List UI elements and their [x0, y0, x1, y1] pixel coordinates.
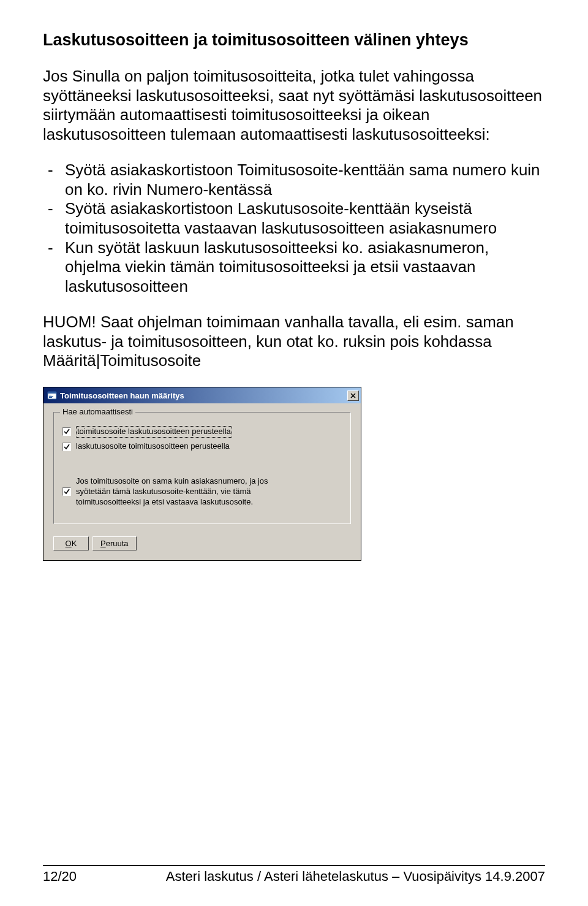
checkbox-row-2: laskutusosoite toimitusosoitteen peruste… — [62, 441, 342, 452]
checkbox-row-3: Jos toimitusosoite on sama kuin asiakasn… — [62, 476, 342, 508]
checkbox-label-3: Jos toimitusosoite on sama kuin asiakasn… — [76, 476, 278, 508]
checkbox-1[interactable] — [62, 427, 71, 436]
dialog-body: Hae automaattisesti toimitusosoite lasku… — [43, 403, 361, 560]
footer-page-number: 12/20 — [43, 869, 77, 885]
note-paragraph: HUOM! Saat ohjelman toimimaan vanhalla t… — [43, 313, 545, 371]
checkbox-3[interactable] — [62, 487, 71, 496]
list-item: Syötä asiakaskortistoon Toimitusosoite-k… — [43, 161, 545, 199]
dialog-groupbox: Hae automaattisesti toimitusosoite lasku… — [53, 412, 351, 523]
groupbox-legend: Hae automaattisesti — [60, 407, 135, 416]
checkbox-row-1: toimitusosoite laskutusosoitteen peruste… — [62, 426, 342, 438]
dialog-screenshot: Toimitusosoitteen haun määritys Hae auto… — [43, 387, 545, 560]
svg-rect-3 — [49, 396, 53, 397]
page-footer: 12/20 Asteri laskutus / Asteri lähetelas… — [43, 865, 545, 885]
cancel-button[interactable]: Peruuta — [92, 536, 137, 550]
svg-rect-2 — [49, 395, 51, 395]
dialog-window: Toimitusosoitteen haun määritys Hae auto… — [43, 387, 361, 560]
dialog-button-row: OK Peruuta — [53, 534, 351, 550]
bullet-list: Syötä asiakaskortistoon Toimitusosoite-k… — [43, 161, 545, 297]
document-page: Laskutusosoitteen ja toimitusosoitteen v… — [0, 0, 588, 906]
app-icon — [47, 390, 57, 400]
cancel-button-label-suffix: eruuta — [106, 539, 129, 548]
list-item: Kun syötät laskuun laskutusosoitteeksi k… — [43, 238, 545, 297]
dialog-title: Toimitusosoitteen haun määritys — [60, 391, 184, 400]
intro-paragraph: Jos Sinulla on paljon toimitusosoitteita… — [43, 67, 545, 145]
footer-doc-title: Asteri laskutus / Asteri lähetelaskutus … — [166, 869, 545, 885]
list-item: Syötä asiakaskortistoon Laskutusosoite-k… — [43, 199, 545, 238]
svg-rect-4 — [49, 397, 52, 398]
checkbox-2[interactable] — [62, 443, 71, 451]
ok-button[interactable]: OK — [53, 536, 89, 550]
dialog-titlebar: Toimitusosoitteen haun määritys — [43, 387, 361, 403]
checkbox-label-1: toimitusosoite laskutusosoitteen peruste… — [76, 426, 232, 438]
ok-button-label-suffix: K — [72, 539, 77, 548]
page-heading: Laskutusosoitteen ja toimitusosoitteen v… — [43, 31, 545, 50]
close-button[interactable] — [347, 390, 359, 401]
checkbox-label-2: laskutusosoite toimitusosoitteen peruste… — [76, 441, 230, 452]
svg-rect-1 — [48, 392, 56, 394]
